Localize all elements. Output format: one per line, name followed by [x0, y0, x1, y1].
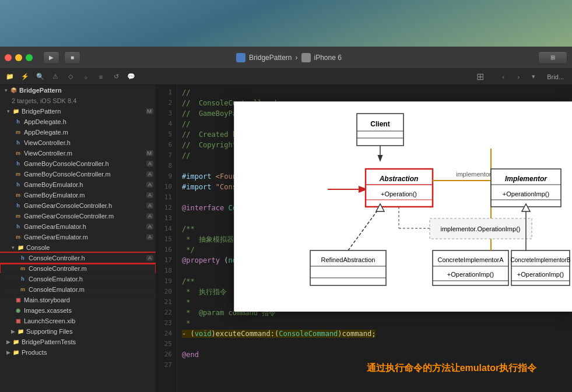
file-consolectrl-h[interactable]: h ConsoleController.h A: [0, 253, 156, 263]
group-label: BridgePatternTests: [22, 338, 76, 345]
issues-btn[interactable]: ⚠: [49, 71, 62, 83]
tree-item-project[interactable]: ▾ 📦 BridgePattern: [0, 85, 156, 96]
file-gamegear-emulator-h[interactable]: h GameGearEmulator.h A: [0, 221, 156, 232]
nav-forward[interactable]: ›: [512, 71, 525, 83]
toolbar-icons: ▶ ■: [43, 51, 80, 64]
svg-text:+OperationImp(): +OperationImp(): [517, 271, 564, 278]
folder-icon-btn[interactable]: 📁: [3, 71, 16, 83]
desktop-background: [0, 0, 572, 47]
debug-btn[interactable]: ⬦: [79, 71, 92, 83]
file-gamegear-controller-m[interactable]: m GameGearConsoleController.m A: [0, 211, 156, 221]
file-label: GameBoyEmulator.h: [24, 181, 83, 188]
group-label: Products: [22, 349, 47, 356]
svg-text:RefinedAbstraction: RefinedAbstraction: [321, 256, 376, 263]
nav-back[interactable]: ‹: [497, 71, 510, 83]
m-icon: m: [19, 285, 27, 294]
test-btn[interactable]: ◇: [64, 71, 77, 83]
search-btn[interactable]: 🔍: [34, 71, 47, 83]
report-btn[interactable]: ≡: [94, 71, 107, 83]
breadcrumb-separator: ›: [296, 54, 298, 62]
project-name: BridgePattern: [249, 54, 292, 62]
h-icon: h: [14, 223, 22, 231]
file-gamegear-controller-h[interactable]: h GameGearConsoleController.h A: [0, 200, 156, 211]
group-label: BridgePattern: [22, 108, 61, 115]
spacer: [140, 76, 463, 77]
file-label: ConsoleController.h: [29, 255, 85, 262]
svg-text:Client: Client: [370, 120, 389, 128]
title-bar: ▶ ■ BridgePattern › iPhone 6 ⊞: [0, 47, 572, 69]
view-toggle-btn[interactable]: ⊞: [538, 51, 567, 64]
group-label: Console: [26, 244, 50, 251]
minimize-button[interactable]: [15, 54, 22, 61]
file-appdelegate-m[interactable]: m AppDelegate.m: [0, 127, 156, 137]
badge: A: [146, 234, 153, 240]
svg-rect-24: [310, 250, 386, 285]
file-storyboard[interactable]: ▣ Main.storyboard: [0, 295, 156, 305]
git-btn[interactable]: ↺: [110, 71, 122, 83]
device-icon: [301, 53, 311, 62]
h-icon: h: [19, 275, 27, 283]
file-gameboy-emulator-m[interactable]: m GameBoyEmulator.m A: [0, 190, 156, 200]
svg-text:implementor: implementor: [456, 171, 492, 178]
m-icon: m: [14, 191, 22, 199]
group-label: Supporting Files: [26, 328, 73, 335]
file-label: ConsoleController.m: [29, 265, 87, 272]
device-name: iPhone 6: [314, 54, 342, 62]
badge: A: [146, 255, 153, 261]
file-label: GameGearEmulator.h: [24, 223, 86, 230]
tree-group-products[interactable]: ▶ 📁 Products: [0, 347, 156, 358]
m-icon: m: [14, 212, 22, 220]
group-arrow: ▾: [5, 108, 12, 115]
project-label: BridgePattern: [19, 87, 62, 94]
file-gameboy-controller-m[interactable]: m GameBoyConsoleController.m A: [0, 169, 156, 179]
h-icon: h: [14, 202, 22, 210]
tree-group-console[interactable]: ▾ 📁 Console: [0, 242, 156, 253]
nav-related[interactable]: ▾: [527, 71, 540, 83]
storyboard-icon: ▣: [14, 296, 22, 304]
group-arrow: ▶: [5, 338, 12, 345]
breakpoints-btn[interactable]: ⚡: [19, 71, 31, 83]
file-label: GameBoyEmulator.m: [24, 192, 85, 199]
svg-text:+Operation(): +Operation(): [381, 190, 417, 197]
file-tree: ▾ 📦 BridgePattern 2 targets, iOS SDK 8.4…: [0, 85, 156, 392]
m-icon: m: [14, 170, 22, 178]
file-label: ConsoleEmulator.m: [29, 286, 85, 293]
stop-button[interactable]: ■: [64, 51, 80, 64]
project-breadcrumb: BridgePattern › iPhone 6: [84, 53, 494, 62]
file-launchscreen[interactable]: ▣ LaunchScreen.xib: [0, 316, 156, 326]
xcassets-icon: ◉: [14, 306, 22, 315]
arrow-icon: ▾: [2, 87, 9, 94]
badge: A: [146, 192, 153, 198]
file-gamegear-emulator-m[interactable]: m GameGearEmulator.m A: [0, 232, 156, 242]
main-content: ▾ 📦 BridgePattern 2 targets, iOS SDK 8.4…: [0, 85, 572, 392]
file-label: GameGearConsoleController.h: [24, 202, 112, 209]
file-consoleemulator-m[interactable]: m ConsoleEmulator.m: [0, 284, 156, 295]
file-consoleemulator-h[interactable]: h ConsoleEmulator.h: [0, 274, 156, 284]
file-gameboy-controller-h[interactable]: h GameBoyConsoleController.h A: [0, 158, 156, 169]
run-button[interactable]: ▶: [43, 51, 59, 64]
file-label: AppDelegate.h: [24, 118, 66, 125]
m-icon: m: [14, 128, 22, 136]
tree-group-tests[interactable]: ▶ 📁 BridgePatternTests: [0, 337, 156, 347]
close-button[interactable]: [5, 54, 12, 61]
svg-text:implementor.OperationImp(): implementor.OperationImp(): [441, 225, 521, 232]
svg-text:Abstraction: Abstraction: [379, 175, 419, 183]
comments-btn[interactable]: 💬: [125, 71, 138, 83]
badge: A: [146, 203, 153, 209]
file-appdelegate-h[interactable]: h AppDelegate.h: [0, 116, 156, 127]
file-viewcontroller-h[interactable]: h ViewController.h: [0, 137, 156, 148]
badge: A: [146, 224, 153, 229]
h-icon: h: [14, 160, 22, 168]
file-viewcontroller-m[interactable]: m ViewController.m M: [0, 148, 156, 158]
tree-group-bridgepattern[interactable]: ▾ 📁 BridgePattern M: [0, 106, 156, 116]
file-xcassets[interactable]: ◉ Images.xcassets: [0, 305, 156, 316]
tree-group-supporting[interactable]: ▶ 📁 Supporting Files: [0, 326, 156, 337]
fullscreen-button[interactable]: [26, 54, 33, 61]
file-label: Main.storyboard: [24, 296, 70, 303]
file-consolectrl-m[interactable]: m ConsoleController.m: [0, 263, 156, 274]
group-arrow: ▶: [9, 328, 16, 335]
badge: A: [146, 213, 153, 219]
file-label: AppDelegate.m: [24, 129, 68, 136]
layout-toggle[interactable]: ⊞: [465, 71, 494, 83]
file-gameboy-emulator-h[interactable]: h GameBoyEmulator.h A: [0, 179, 156, 190]
